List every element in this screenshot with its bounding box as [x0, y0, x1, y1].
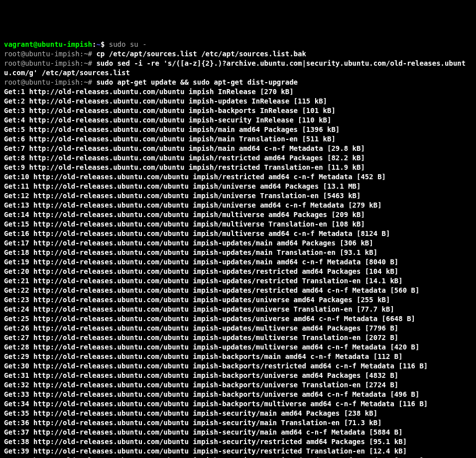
output-line: Get:18 http://old-releases.ubuntu.com/ub… [4, 248, 472, 257]
output-line: Get:29 http://old-releases.ubuntu.com/ub… [4, 352, 472, 361]
output-line: Get:20 http://old-releases.ubuntu.com/ub… [4, 267, 472, 276]
output-line: Get:37 http://old-releases.ubuntu.com/ub… [4, 428, 472, 437]
output-line: Get:7 http://old-releases.ubuntu.com/ubu… [4, 144, 472, 153]
output-line: Get:5 http://old-releases.ubuntu.com/ubu… [4, 125, 472, 134]
output-line: Get:17 http://old-releases.ubuntu.com/ub… [4, 238, 472, 248]
output-line: Get:38 http://old-releases.ubuntu.com/ub… [4, 437, 472, 447]
command-text: sudo apt-get update && sudo apt-get dist… [96, 78, 298, 86]
output-line: Get:13 http://old-releases.ubuntu.com/ub… [4, 201, 472, 210]
output-line: Get:14 http://old-releases.ubuntu.com/ub… [4, 210, 472, 220]
output-line: Get:9 http://old-releases.ubuntu.com/ubu… [4, 163, 472, 172]
output-line: Get:3 http://old-releases.ubuntu.com/ubu… [4, 106, 472, 115]
output-line: Get:31 http://old-releases.ubuntu.com/ub… [4, 371, 472, 380]
output-line: Get:8 http://old-releases.ubuntu.com/ubu… [4, 153, 472, 163]
output-line: Get:26 http://old-releases.ubuntu.com/ub… [4, 324, 472, 333]
output-line: Get:15 http://old-releases.ubuntu.com/ub… [4, 220, 472, 229]
output-line: Get:22 http://old-releases.ubuntu.com/ub… [4, 286, 472, 295]
output-line: Get:10 http://old-releases.ubuntu.com/ub… [4, 172, 472, 182]
output-line: Get:2 http://old-releases.ubuntu.com/ubu… [4, 97, 472, 106]
terminal-output[interactable]: vagrant@ubuntu-impish:~$ sudo su -root@u… [4, 40, 472, 458]
prompt-line-0: vagrant@ubuntu-impish:~$ sudo su - [4, 40, 472, 49]
output-line: Get:35 http://old-releases.ubuntu.com/ub… [4, 409, 472, 418]
output-line: Get:28 http://old-releases.ubuntu.com/ub… [4, 343, 472, 352]
output-line: Get:1 http://old-releases.ubuntu.com/ubu… [4, 87, 472, 97]
output-line: Get:11 http://old-releases.ubuntu.com/ub… [4, 182, 472, 191]
output-line: Get:32 http://old-releases.ubuntu.com/ub… [4, 380, 472, 390]
output-line: Get:25 http://old-releases.ubuntu.com/ub… [4, 314, 472, 324]
output-line: Get:30 http://old-releases.ubuntu.com/ub… [4, 361, 472, 371]
output-line: Get:6 http://old-releases.ubuntu.com/ubu… [4, 134, 472, 144]
command-text: sudo su - [109, 40, 147, 48]
output-line: Get:34 http://old-releases.ubuntu.com/ub… [4, 399, 472, 409]
output-line: Get:40 http://old-releases.ubuntu.com/ub… [4, 456, 472, 458]
prompt-line-2: root@ubuntu-impish:~# sudo sed -i -re 's… [4, 59, 472, 78]
output-line: Get:39 http://old-releases.ubuntu.com/ub… [4, 447, 472, 456]
prompt-line-1: root@ubuntu-impish:~# cp /etc/apt/source… [4, 49, 472, 59]
command-text: cp /etc/apt/sources.list /etc/apt/source… [96, 50, 306, 58]
output-line: Get:19 http://old-releases.ubuntu.com/ub… [4, 257, 472, 267]
output-line: Get:27 http://old-releases.ubuntu.com/ub… [4, 333, 472, 343]
output-line: Get:12 http://old-releases.ubuntu.com/ub… [4, 191, 472, 201]
output-line: Get:23 http://old-releases.ubuntu.com/ub… [4, 295, 472, 305]
output-line: Get:33 http://old-releases.ubuntu.com/ub… [4, 390, 472, 399]
output-line: Get:36 http://old-releases.ubuntu.com/ub… [4, 418, 472, 428]
prompt-line-3: root@ubuntu-impish:~# sudo apt-get updat… [4, 78, 472, 87]
output-line: Get:24 http://old-releases.ubuntu.com/ub… [4, 305, 472, 314]
output-line: Get:21 http://old-releases.ubuntu.com/ub… [4, 276, 472, 286]
output-line: Get:4 http://old-releases.ubuntu.com/ubu… [4, 115, 472, 125]
output-line: Get:16 http://old-releases.ubuntu.com/ub… [4, 229, 472, 238]
